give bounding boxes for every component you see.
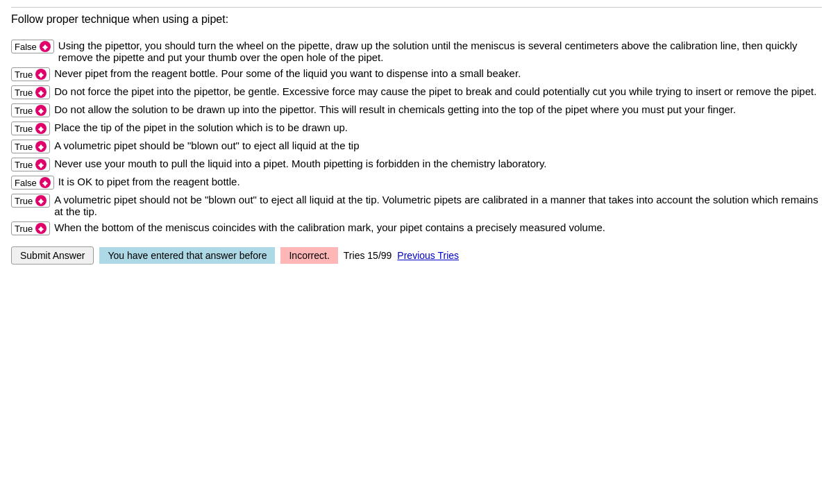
answer-value-10: True bbox=[15, 224, 33, 234]
answer-select-4[interactable]: True bbox=[11, 103, 50, 117]
answer-value-7: True bbox=[15, 160, 33, 170]
answer-value-9: True bbox=[15, 196, 33, 206]
answers-container: False Using the pipettor, you should tur… bbox=[11, 40, 822, 235]
dropdown-icon-6 bbox=[35, 141, 47, 152]
answer-row-2: True Never pipet from the reagent bottle… bbox=[11, 67, 822, 81]
question-header: Follow proper technique when using a pip… bbox=[11, 7, 822, 30]
dropdown-icon-5 bbox=[35, 123, 47, 134]
answer-row-1: False Using the pipettor, you should tur… bbox=[11, 40, 822, 63]
answer-select-10[interactable]: True bbox=[11, 221, 50, 235]
answer-text-2: Never pipet from the reagent bottle. Pou… bbox=[54, 67, 521, 79]
answer-text-4: Do not allow the solution to be drawn up… bbox=[54, 103, 736, 115]
dropdown-icon-4 bbox=[35, 105, 47, 116]
answer-text-10: When the bottom of the meniscus coincide… bbox=[54, 221, 605, 233]
answer-value-1: False bbox=[15, 42, 37, 52]
answer-text-8: It is OK to pipet from the reagent bottl… bbox=[58, 176, 240, 187]
answer-row-4: True Do not allow the solution to be dra… bbox=[11, 103, 822, 117]
previous-tries-link[interactable]: Previous Tries bbox=[397, 250, 459, 261]
dropdown-icon-2 bbox=[35, 69, 47, 80]
feedback-entered: You have entered that answer before bbox=[99, 247, 275, 264]
dropdown-icon-3 bbox=[35, 87, 47, 98]
answer-select-9[interactable]: True bbox=[11, 194, 50, 208]
answer-value-2: True bbox=[15, 69, 33, 80]
answer-text-5: Place the tip of the pipet in the soluti… bbox=[54, 121, 348, 133]
answer-text-1: Using the pipettor, you should turn the … bbox=[58, 40, 822, 63]
answer-row-6: True A volumetric pipet should be "blown… bbox=[11, 140, 822, 153]
answer-text-6: A volumetric pipet should be "blown out"… bbox=[54, 140, 359, 151]
footer: Submit Answer You have entered that answ… bbox=[11, 246, 822, 264]
answer-text-7: Never use your mouth to pull the liquid … bbox=[54, 158, 546, 169]
dropdown-icon-8 bbox=[40, 177, 51, 188]
answer-select-3[interactable]: True bbox=[11, 85, 50, 99]
dropdown-icon-1 bbox=[40, 41, 51, 52]
answer-value-6: True bbox=[15, 142, 33, 152]
answer-select-2[interactable]: True bbox=[11, 67, 50, 81]
answer-row-10: True When the bottom of the meniscus coi… bbox=[11, 221, 822, 235]
answer-select-1[interactable]: False bbox=[11, 40, 54, 53]
submit-button[interactable]: Submit Answer bbox=[11, 246, 94, 264]
dropdown-icon-9 bbox=[35, 195, 47, 206]
feedback-incorrect: Incorrect. bbox=[280, 247, 337, 264]
answer-row-3: True Do not force the pipet into the pip… bbox=[11, 85, 822, 99]
answer-value-4: True bbox=[15, 106, 33, 116]
answer-row-5: True Place the tip of the pipet in the s… bbox=[11, 121, 822, 135]
dropdown-icon-10 bbox=[35, 223, 47, 234]
answer-select-6[interactable]: True bbox=[11, 140, 50, 153]
tries-count: Tries 15/99 bbox=[344, 250, 392, 261]
answer-value-8: False bbox=[15, 178, 37, 188]
answer-select-5[interactable]: True bbox=[11, 121, 50, 135]
answer-value-3: True bbox=[15, 87, 33, 98]
answer-text-3: Do not force the pipet into the pipettor… bbox=[54, 85, 816, 97]
answer-row-8: False It is OK to pipet from the reagent… bbox=[11, 176, 822, 190]
dropdown-icon-7 bbox=[35, 159, 47, 170]
answer-row-9: True A volumetric pipet should not be "b… bbox=[11, 194, 822, 217]
answer-select-8[interactable]: False bbox=[11, 176, 54, 190]
answer-row-7: True Never use your mouth to pull the li… bbox=[11, 158, 822, 171]
answer-value-5: True bbox=[15, 124, 33, 134]
answer-text-9: A volumetric pipet should not be "blown … bbox=[54, 194, 822, 217]
answer-select-7[interactable]: True bbox=[11, 158, 50, 171]
